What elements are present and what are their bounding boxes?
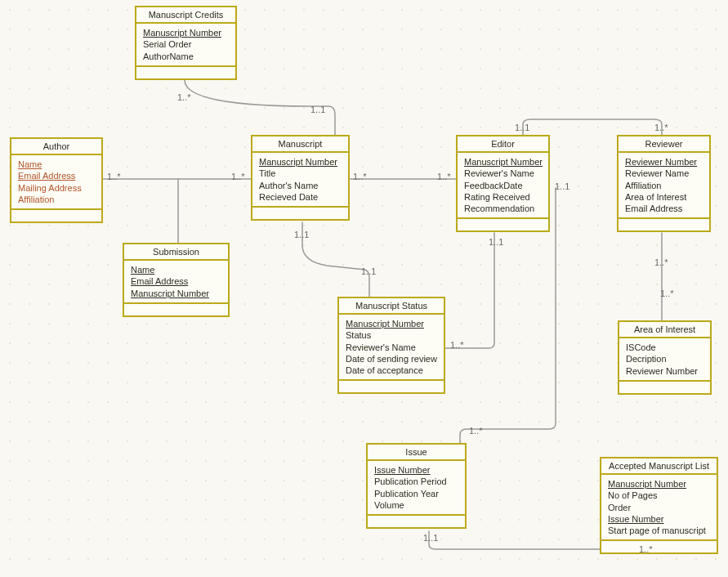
attr: Date of acceptance: [346, 365, 437, 376]
entity-attrs: Reviewer Number Reviewer Name Affiliatio…: [619, 153, 709, 219]
entity-manuscript-credits: Manuscript Credits Manuscript Number Ser…: [135, 6, 237, 80]
entity-footer: [124, 304, 228, 315]
entity-footer: [619, 219, 709, 230]
attr: Manuscript Number: [259, 156, 342, 168]
attr: Publication Year: [374, 488, 458, 499]
attr: Order: [608, 502, 710, 513]
entity-footer: [252, 208, 348, 219]
entity-title: Manuscript Status: [339, 298, 444, 315]
attr: Name: [131, 264, 221, 275]
attr: Manuscript Number: [143, 27, 229, 38]
attr: Email Address: [18, 170, 95, 181]
entity-title: Reviewer: [619, 136, 709, 153]
attr: Author's Name: [259, 180, 342, 191]
mult-label: 1..*: [177, 92, 191, 102]
entity-footer: [11, 210, 101, 221]
entity-title: Manuscript Credits: [136, 7, 235, 24]
entity-accepted-manuscript-list: Accepted Manuscript List Manuscript Numb…: [600, 457, 718, 554]
attr: Name: [18, 159, 95, 170]
entity-attrs: ISCode Decription Reviewer Number: [619, 338, 710, 382]
entity-footer: [458, 219, 548, 230]
mult-label: 1..*: [654, 123, 668, 132]
attr: Manuscript Number: [346, 318, 437, 329]
attr: Mailing Address: [18, 182, 95, 194]
entity-footer: [619, 382, 710, 393]
attr: Reviewer Name: [625, 168, 703, 179]
mult-label: 1..*: [107, 172, 121, 181]
entity-footer: [368, 516, 465, 527]
entity-submission: Submission Name Email Address Manuscript…: [123, 243, 230, 317]
attr: No of Pages: [608, 490, 710, 501]
mult-label: 1..*: [437, 172, 451, 181]
entity-footer: [136, 67, 235, 78]
entity-title: Area of Interest: [619, 322, 710, 338]
attr: Status: [346, 329, 437, 341]
entity-title: Editor: [458, 136, 548, 153]
attr: Email Address: [625, 203, 703, 214]
attr: Manuscript Number: [608, 478, 710, 490]
mult-label: 1..*: [639, 544, 653, 554]
entity-title: Author: [11, 139, 101, 155]
attr: AuthorName: [143, 51, 229, 62]
mult-label: 1..*: [654, 257, 668, 267]
attr: Start page of manuscript: [608, 525, 710, 536]
mult-label: 1..1: [489, 237, 503, 247]
mult-label: 1..*: [353, 172, 367, 181]
mult-label: 1..*: [231, 172, 245, 181]
entity-reviewer: Reviewer Reviewer Number Reviewer Name A…: [617, 135, 711, 232]
attr: Affiliation: [625, 180, 703, 191]
entity-attrs: Issue Number Publication Period Publicat…: [368, 461, 465, 516]
entity-attrs: Manuscript Number Serial Order AuthorNam…: [136, 24, 235, 67]
entity-author: Author Name Email Address Mailing Addres…: [10, 137, 103, 223]
entity-attrs: Name Email Address Manuscript Number: [124, 261, 228, 304]
entity-attrs: Manuscript Number Title Author's Name Re…: [252, 153, 348, 208]
entity-editor: Editor Manuscript Number Reviewer's Name…: [456, 135, 550, 232]
attr: Rating Received: [464, 191, 542, 203]
attr: Volume: [374, 499, 458, 511]
mult-label: 1..*: [469, 426, 483, 436]
mult-label: 1..1: [361, 266, 376, 276]
attr: Decription: [626, 353, 703, 365]
entity-area-of-interest: Area of Interest ISCode Decription Revie…: [618, 320, 712, 395]
entity-footer: [339, 381, 444, 392]
entity-title: Manuscript: [252, 136, 348, 153]
entity-attrs: Name Email Address Mailing Address Affil…: [11, 155, 101, 210]
attr: Affiliation: [18, 194, 95, 205]
mult-label: 1..1: [515, 123, 529, 132]
entity-title: Accepted Manuscript List: [601, 458, 717, 475]
attr: Issue Number: [608, 513, 710, 525]
attr: Manuscript Number: [131, 288, 221, 299]
mult-label: 1..1: [555, 181, 569, 191]
attr: Reviewer's Name: [346, 342, 437, 353]
attr: FeedbackDate: [464, 180, 542, 191]
attr: Serial Order: [143, 38, 229, 50]
attr: Manuscript Number: [464, 156, 542, 168]
mult-label: 1..*: [660, 288, 674, 298]
attr: Publication Period: [374, 476, 458, 487]
attr: ISCode: [626, 342, 703, 353]
attr: Email Address: [131, 275, 221, 287]
mult-label: 1..1: [310, 105, 325, 114]
attr: Title: [259, 168, 342, 179]
entity-issue: Issue Issue Number Publication Period Pu…: [366, 443, 467, 529]
attr: Recommendation: [464, 203, 542, 214]
attr: Date of sending review: [346, 353, 437, 365]
attr: Reviewer Number: [625, 156, 703, 168]
entity-title: Issue: [368, 445, 465, 461]
entity-attrs: Manuscript Number Status Reviewer's Name…: [339, 315, 444, 381]
mult-label: 1..*: [450, 340, 464, 350]
entity-footer: [601, 541, 717, 552]
mult-label: 1..1: [423, 533, 438, 543]
mult-label: 1..1: [294, 230, 309, 239]
entity-title: Submission: [124, 244, 228, 261]
entity-manuscript: Manuscript Manuscript Number Title Autho…: [251, 135, 350, 221]
attr: Reviewer Number: [626, 365, 703, 377]
attr: Reviewer's Name: [464, 168, 542, 179]
entity-manuscript-status: Manuscript Status Manuscript Number Stat…: [337, 297, 445, 394]
entity-attrs: Manuscript Number No of Pages Order Issu…: [601, 475, 717, 541]
attr: Recieved Date: [259, 191, 342, 203]
attr: Issue Number: [374, 464, 458, 476]
entity-attrs: Manuscript Number Reviewer's Name Feedba…: [458, 153, 548, 219]
attr: Area of Interest: [625, 191, 703, 203]
